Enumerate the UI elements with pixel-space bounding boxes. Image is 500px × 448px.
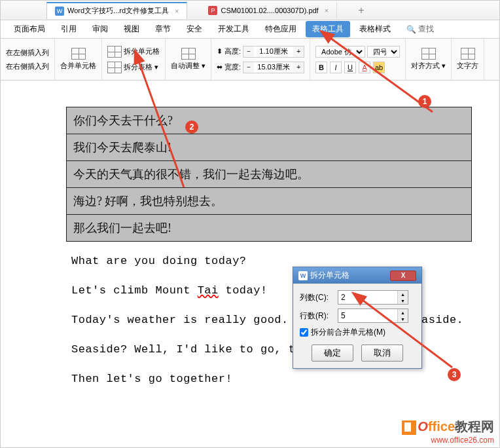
menu-page-layout[interactable]: 页面布局	[7, 21, 52, 37]
split-cells-dialog: W 拆分单元格 X 列数(C): ▲▼ 行数(R): ▲▼ 拆分前合并单元格(M…	[293, 267, 422, 369]
dialog-titlebar[interactable]: W 拆分单元格 X	[293, 267, 421, 284]
word-icon: W	[55, 7, 64, 16]
decrement-button[interactable]: −	[243, 62, 254, 73]
document-canvas: 你们今天去干什么? 我们今天去爬泰山! 今天的天气真的很不错，我们一起去海边吧。…	[1, 81, 499, 398]
menu-view[interactable]: 视图	[117, 21, 146, 37]
split-table-button[interactable]: 拆分表格 ▾	[107, 62, 158, 73]
document-tab-bar: W Word文字技巧...rd文件修复工具 × P CSM01001.02...…	[1, 1, 499, 20]
dialog-title: 拆分单元格	[310, 270, 349, 281]
close-icon[interactable]: ×	[175, 7, 179, 15]
italic-button[interactable]: I	[330, 62, 342, 73]
width-icon: ⬌	[217, 63, 223, 71]
autofit-button[interactable]: 自动调整 ▾	[171, 61, 205, 71]
table-cell[interactable]: 你们今天去干什么?	[67, 107, 472, 134]
font-name-select[interactable]: Adobe 仿	[315, 46, 365, 58]
menu-table-tools[interactable]: 表格工具	[306, 21, 350, 37]
table-cell[interactable]: 我们今天去爬泰山!	[67, 134, 472, 161]
menu-review[interactable]: 审阅	[86, 21, 115, 37]
menu-table-style[interactable]: 表格样式	[353, 21, 397, 37]
align-group: 对齐方式 ▾	[406, 39, 452, 80]
table-cell[interactable]: 那么我们一起去吧!	[67, 215, 472, 242]
text-direction-group: 文字方	[452, 39, 484, 80]
close-icon[interactable]: ×	[325, 7, 329, 14]
columns-label: 列数(C):	[300, 292, 334, 303]
merge-cells-button[interactable]: 合并单元格	[60, 61, 96, 71]
size-group: ⬍ 高度: −+ ⬌ 宽度: −+	[211, 39, 310, 80]
tab-label: CSM01001.02....000307D).pdf	[221, 7, 318, 14]
split-cells-button[interactable]: 拆分单元格	[107, 46, 160, 58]
font-group: Adobe 仿 四号 B I U A ab	[310, 39, 406, 80]
text-direction-button[interactable]: 文字方	[457, 61, 478, 71]
merge-cells-group: 合并单元格	[55, 39, 102, 80]
ok-button[interactable]: 确定	[312, 345, 353, 362]
watermark-url: www.office26.com	[402, 436, 494, 445]
wps-icon: W	[298, 271, 308, 280]
rows-label: 行数(R):	[300, 310, 334, 322]
menu-dev-tools[interactable]: 开发工具	[211, 21, 256, 37]
content-table[interactable]: 你们今天去干什么? 我们今天去爬泰山! 今天的天气真的很不错，我们一起去海边吧。…	[66, 107, 472, 242]
align-button[interactable]: 对齐方式 ▾	[411, 61, 446, 71]
spin-down-button[interactable]: ▼	[397, 316, 408, 322]
decrement-button[interactable]: −	[243, 47, 254, 57]
highlight-button[interactable]: ab	[373, 62, 385, 73]
tab-word-doc[interactable]: W Word文字技巧...rd文件修复工具 ×	[46, 2, 187, 19]
table-cell[interactable]: 今天的天气真的很不错，我们一起去海边吧。	[67, 161, 472, 188]
menu-find[interactable]: 🔍 查找	[400, 21, 440, 37]
merge-before-label: 拆分前合并单元格(M)	[311, 327, 385, 338]
height-input[interactable]	[254, 47, 293, 57]
bold-button[interactable]: B	[315, 62, 327, 73]
menu-references[interactable]: 引用	[54, 21, 83, 37]
spelling-error[interactable]: Tai	[198, 284, 219, 297]
autofit-icon	[181, 48, 196, 60]
increment-button[interactable]: +	[293, 47, 304, 57]
width-input[interactable]	[254, 62, 293, 73]
increment-button[interactable]: +	[293, 62, 304, 73]
search-icon: 🔍	[406, 25, 416, 34]
split-table-icon	[107, 62, 122, 73]
paragraph[interactable]: What are you doing today?	[71, 255, 499, 267]
columns-input[interactable]	[338, 291, 397, 304]
insert-col-right-button[interactable]: 在右侧插入列	[6, 62, 49, 71]
text-direction-icon	[461, 48, 475, 60]
callout-1: 1	[418, 95, 431, 108]
insert-col-left-button[interactable]: 在左侧插入列	[6, 48, 49, 58]
add-tab-button[interactable]: +	[350, 5, 372, 16]
underline-button[interactable]: U	[344, 62, 356, 73]
menu-chapter[interactable]: 章节	[149, 21, 177, 37]
cancel-button[interactable]: 取消	[361, 345, 403, 362]
table-cell[interactable]: 海边? 好啊，我也特别想去。	[67, 188, 472, 215]
paragraph[interactable]: Seaside? Well, I'd like to go, too.	[71, 343, 499, 356]
rows-input[interactable]	[338, 309, 397, 322]
ribbon-tabs: 页面布局 引用 审阅 视图 章节 安全 开发工具 特色应用 表格工具 表格样式 …	[1, 20, 499, 39]
merge-cells-icon	[71, 48, 86, 60]
font-size-select[interactable]: 四号	[367, 46, 400, 58]
paragraph[interactable]: Today's weather is really good. Let's go…	[71, 314, 499, 326]
close-button[interactable]: X	[390, 271, 416, 281]
office-logo-icon	[402, 420, 416, 435]
align-icon	[421, 48, 436, 60]
row-height-control[interactable]: ⬍ 高度: −+	[217, 46, 304, 58]
menu-security[interactable]: 安全	[180, 21, 209, 37]
split-cells-icon	[107, 46, 122, 58]
callout-2: 2	[185, 121, 198, 134]
col-width-control[interactable]: ⬌ 宽度: −+	[217, 62, 304, 73]
spin-up-button[interactable]: ▲	[397, 291, 408, 297]
spin-down-button[interactable]: ▼	[397, 297, 408, 304]
tab-pdf-doc[interactable]: P CSM01001.02....000307D).pdf ×	[200, 2, 337, 19]
font-color-button[interactable]: A	[359, 62, 370, 73]
split-group: 拆分单元格 拆分表格 ▾	[102, 39, 166, 80]
tab-label: Word文字技巧...rd文件修复工具	[67, 6, 169, 16]
callout-3: 3	[448, 368, 461, 381]
spin-up-button[interactable]: ▲	[397, 309, 408, 316]
watermark: Office教程网 www.office26.com	[402, 418, 494, 445]
paragraph[interactable]: Let's climb Mount Tai today!	[71, 284, 499, 297]
autofit-group: 自动调整 ▾	[166, 39, 211, 80]
paragraph[interactable]: Then let's go together!	[71, 373, 499, 385]
height-icon: ⬍	[217, 47, 223, 56]
pdf-icon: P	[208, 6, 217, 15]
ribbon-toolbar: 在左侧插入列 在右侧插入列 合并单元格 拆分单元格 拆分表格 ▾ 自动调整 ▾ …	[1, 39, 499, 81]
merge-before-checkbox[interactable]	[300, 328, 308, 337]
menu-special[interactable]: 特色应用	[259, 21, 303, 37]
insert-columns-group: 在左侧插入列 在右侧插入列	[1, 39, 55, 80]
